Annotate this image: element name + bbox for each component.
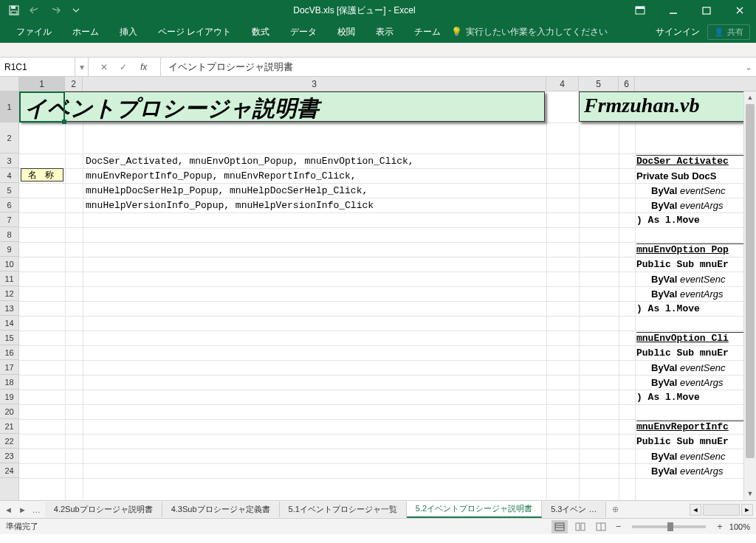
row-header[interactable]: 7 [0,212,18,227]
cell-r3c3[interactable]: DocSer_Activated, mnuEnvOption_Popup, mn… [86,156,414,167]
code-line[interactable]: Public Sub mnuEr [636,347,729,359]
title-cell-main[interactable]: イベントプロシージャ説明書 [19,91,545,122]
code-line[interactable]: ByVal eventArgs [651,288,724,300]
minimize-button[interactable] [656,0,690,21]
code-heading[interactable]: mnuEnvOption_Pop [636,243,755,255]
cell-r4c3[interactable]: mnuEnvReportInfo_Popup, mnuEnvReportInfo… [86,170,357,181]
cancel-formula-icon[interactable]: ✕ [96,62,112,72]
ribbon-display-icon[interactable] [623,0,656,21]
row-header-2[interactable]: 2 [0,122,18,153]
code-line[interactable]: ) As l.Move [636,215,700,226]
col-header-1[interactable]: 1 [19,77,65,91]
redo-icon[interactable] [46,1,65,19]
title-cell-right[interactable]: Frmzuhan.vb [579,91,756,122]
insert-function-button[interactable]: fx [134,62,153,72]
tab-insert[interactable]: 挿入 [109,21,148,43]
view-normal-icon[interactable] [551,520,568,533]
col-header-2[interactable]: 2 [65,77,83,91]
cell-r6c3[interactable]: mnuHelpVersionInfo_Popup, mnuHelpVersion… [86,200,374,211]
select-all-corner[interactable] [0,77,19,91]
code-line[interactable]: ByVal eventArgs [651,466,724,477]
tab-page-layout[interactable]: ページ レイアウト [148,21,241,43]
code-line[interactable]: Public Sub mnuEr [636,436,729,447]
sheet-tab[interactable]: 4.3Subプロシージャ定義書 [162,502,280,517]
zoom-in-button[interactable]: + [715,521,725,532]
row-header[interactable]: 10 [0,257,18,272]
tab-nav-first-icon[interactable]: ◄ [4,505,13,514]
vertical-scrollbar[interactable]: ▲ ▼ [743,91,756,500]
view-page-layout-icon[interactable] [572,520,588,533]
code-line[interactable]: ) As l.Move [636,392,700,403]
row-header[interactable]: 16 [0,345,18,360]
formula-input[interactable]: イベントプロシージャ説明書 [161,60,741,74]
horizontal-scrollbar[interactable] [703,504,740,516]
tab-nav-more-icon[interactable]: … [32,505,41,514]
tab-nav-next-icon[interactable]: ► [18,505,27,514]
tab-file[interactable]: ファイル [6,21,62,43]
undo-icon[interactable] [25,1,44,19]
row-header[interactable]: 4 [0,168,18,183]
row-header[interactable]: 14 [0,316,18,331]
row-header[interactable]: 19 [0,390,18,404]
row-header[interactable]: 21 [0,419,18,434]
row-header[interactable]: 15 [0,331,18,345]
code-heading[interactable]: mnuEnvReportInfc [636,421,755,432]
code-line[interactable]: ByVal eventSenc [651,362,725,374]
tab-formulas[interactable]: 数式 [241,21,280,43]
view-page-break-icon[interactable] [593,520,609,533]
row-header[interactable]: 22 [0,434,18,449]
tab-view[interactable]: 表示 [365,21,404,43]
row-header[interactable]: 8 [0,227,18,242]
row-header[interactable]: 11 [0,272,18,286]
code-line[interactable]: Public Sub mnuEr [636,259,729,270]
hscroll-left-icon[interactable]: ◄ [690,504,701,516]
code-line[interactable]: ByVal eventSenc [651,451,725,463]
scroll-up-icon[interactable]: ▲ [744,91,756,104]
col-header-6[interactable]: 6 [619,77,635,91]
close-button[interactable] [723,0,756,21]
tell-me-search[interactable]: 💡 実行したい作業を入力してください [451,26,608,38]
save-icon[interactable] [4,1,24,19]
label-name[interactable]: 名 称 [21,168,63,181]
qat-customize-icon[interactable] [66,1,86,19]
row-header-1[interactable]: 1 [0,91,18,122]
code-line[interactable]: ByVal eventSenc [651,274,725,286]
col-header-5[interactable]: 5 [579,77,619,91]
worksheet-grid[interactable]: 1 2 3 4 5 6 1 2 3 4 5 6 7 8 9 10 11 12 1… [0,77,756,500]
row-header[interactable]: 18 [0,375,18,390]
name-box-dropdown[interactable]: ▾ [75,58,89,76]
row-header[interactable]: 12 [0,286,18,301]
zoom-level[interactable]: 100% [729,522,750,531]
tab-data[interactable]: データ [280,21,327,43]
row-header[interactable]: 13 [0,301,18,316]
tab-review[interactable]: 校閲 [327,21,365,43]
row-header[interactable]: 5 [0,183,18,198]
col-header-3[interactable]: 3 [83,77,546,91]
code-line[interactable]: ByVal eventSenc [651,185,725,197]
col-header-4[interactable]: 4 [546,77,579,91]
share-button[interactable]: 👤 共有 [707,24,750,40]
code-heading[interactable]: DocSer_Activatec [636,155,755,167]
code-line[interactable]: ByVal eventArgs [651,377,724,389]
sheet-tab[interactable]: 5.1イベントプロシージャ一覧 [280,502,407,517]
scroll-thumb[interactable] [746,104,755,458]
code-heading[interactable]: mnuEnvOption_Cli [636,332,755,344]
add-sheet-button[interactable]: ⊕ [606,505,625,514]
sheet-tab[interactable]: 5.3イベン … [542,502,606,517]
zoom-out-button[interactable]: − [614,521,624,532]
row-header[interactable]: 17 [0,360,18,375]
scroll-down-icon[interactable]: ▼ [744,488,756,500]
code-line[interactable]: ByVal eventArgs [651,200,724,212]
zoom-slider[interactable] [632,525,706,528]
hscroll-right-icon[interactable]: ► [741,504,753,516]
row-header[interactable]: 3 [0,153,18,168]
cells-area[interactable]: イベントプロシージャ説明書 Frmzuhan.vb 名 称 DocSer_Act… [19,91,756,500]
code-line[interactable]: Private Sub DocS [636,170,716,182]
name-box[interactable]: R1C1 [0,58,75,76]
sheet-tab-active[interactable]: 5.2イベントプロシージャ説明書 [407,501,542,518]
zoom-thumb[interactable] [667,522,673,531]
enter-formula-icon[interactable]: ✓ [115,62,131,72]
row-header[interactable]: 24 [0,463,18,478]
maximize-button[interactable] [690,0,723,21]
tab-home[interactable]: ホーム [62,21,109,43]
